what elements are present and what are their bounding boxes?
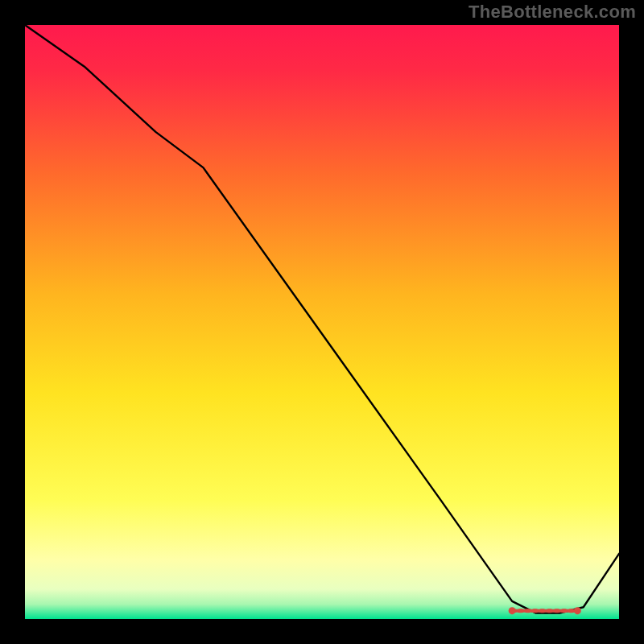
svg-point-3 bbox=[574, 607, 581, 614]
plot-area bbox=[25, 25, 619, 619]
watermark-text: TheBottleneck.com bbox=[469, 2, 636, 23]
chart-svg bbox=[25, 25, 619, 619]
gradient-background bbox=[25, 25, 619, 619]
svg-point-2 bbox=[509, 607, 516, 614]
chart-frame: TheBottleneck.com bbox=[0, 0, 644, 644]
